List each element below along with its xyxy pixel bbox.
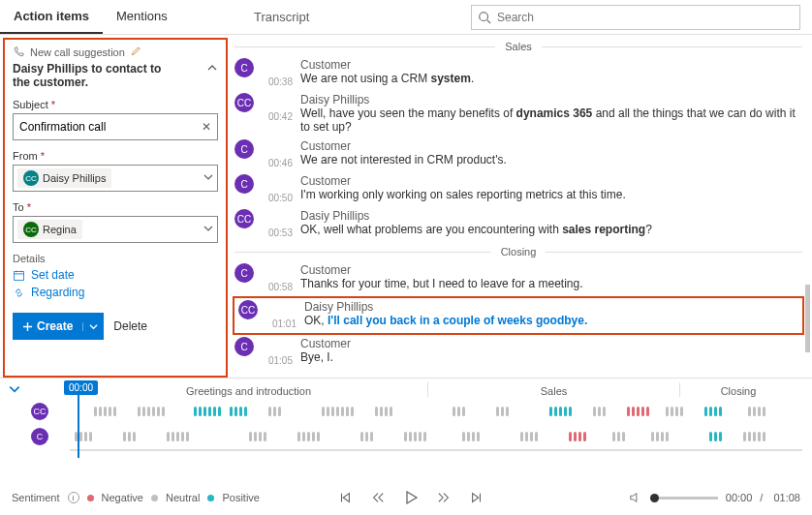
subject-input[interactable] (19, 120, 202, 134)
to-chip[interactable]: CC Regina (17, 220, 82, 239)
transcript-list: Sales C 00:38 Customer We are not using … (231, 35, 812, 378)
transcript-message-highlighted[interactable]: CC 01:01 Daisy Phillips OK, I'll call yo… (233, 296, 804, 335)
timeline-section: Greetings and introduction (70, 382, 428, 397)
svg-line-1 (487, 19, 491, 23)
message-text: We are not using a CRM system. (300, 72, 802, 85)
avatar: CC (23, 170, 39, 186)
volume-slider[interactable] (650, 497, 718, 500)
regarding-label: Regarding (31, 286, 84, 299)
create-split-button[interactable] (82, 322, 104, 331)
details-label: Details (13, 253, 218, 264)
chevron-down-icon (89, 322, 98, 331)
section-closing: Closing (491, 246, 547, 258)
suggestion-label: New call suggestion (30, 46, 125, 58)
skip-back-button[interactable] (335, 488, 355, 507)
speaker-name: Daisy Phillips (300, 93, 802, 106)
legend-negative: Negative (102, 492, 143, 503)
chevron-down-icon[interactable] (8, 382, 21, 399)
transcript-message[interactable]: CC 00:53 Dasiy Phillips OK, well what pr… (231, 207, 806, 242)
plus-icon (22, 321, 33, 332)
svg-rect-2 (15, 271, 24, 280)
volume-icon[interactable] (629, 491, 642, 504)
message-text: We are not interested in CRM product's. (300, 153, 802, 167)
message-text: Well, have you seen the many benefits of… (300, 106, 802, 134)
time-sep: / (760, 492, 765, 503)
transcript-message[interactable]: C 00:58 Customer Thanks for your time, b… (231, 261, 806, 296)
timestamp: 00:38 (262, 58, 293, 87)
edit-icon[interactable] (131, 45, 141, 58)
transcript-message[interactable]: C 00:46 Customer We are not interested i… (231, 137, 806, 172)
subject-label: Subject (13, 99, 48, 110)
transcript-message[interactable]: C 01:05 Customer Bye, I. (231, 335, 806, 370)
search-input-wrapper[interactable] (471, 5, 800, 30)
time-total: 01:08 (773, 492, 800, 503)
delete-button[interactable]: Delete (113, 319, 147, 333)
clear-icon[interactable]: ✕ (202, 120, 211, 134)
set-date-label: Set date (31, 268, 75, 282)
sentiment-label: Sentiment (12, 492, 60, 503)
avatar: CC (234, 209, 254, 228)
scrollbar[interactable] (805, 285, 810, 352)
avatar: CC (23, 222, 39, 237)
speaker-name: Customer (300, 263, 802, 277)
avatar: C (234, 263, 254, 283)
set-date-link[interactable]: Set date (13, 268, 218, 282)
transcript-message[interactable]: CC 00:42 Daisy Phillips Well, have you s… (231, 91, 806, 137)
timestamp: 01:05 (262, 337, 293, 366)
timestamp: 00:50 (262, 174, 293, 203)
chevron-down-icon[interactable] (203, 223, 213, 236)
player-controls (335, 488, 486, 507)
rewind-button[interactable] (368, 488, 388, 507)
timeline-speaker-avatar: CC (31, 403, 48, 420)
info-icon[interactable]: i (68, 492, 79, 503)
timeline-section: Closing (680, 382, 796, 397)
timestamp: 00:53 (262, 209, 293, 238)
tabs: Action items Mentions (0, 0, 242, 34)
timestamp: 00:58 (262, 263, 293, 292)
tab-action-items[interactable]: Action items (0, 0, 103, 34)
legend-dot-negative (87, 495, 94, 501)
to-field[interactable]: CC Regina (13, 216, 218, 243)
timeline-playhead[interactable]: 00:00 (64, 380, 98, 458)
legend-dot-neutral (151, 495, 158, 501)
subject-input-wrapper[interactable]: ✕ (13, 113, 218, 140)
avatar: CC (234, 93, 254, 112)
speaker-name: Customer (300, 174, 802, 188)
from-field[interactable]: CC Daisy Phillips (13, 165, 218, 192)
link-icon (13, 287, 25, 299)
tab-mentions[interactable]: Mentions (103, 0, 181, 34)
collapse-icon[interactable] (206, 62, 218, 76)
create-button[interactable]: Create (13, 313, 104, 340)
message-text: Thanks for your time, but I need to leav… (300, 277, 802, 290)
speaker-name: Customer (300, 58, 802, 72)
legend-neutral: Neutral (166, 492, 200, 503)
avatar: CC (238, 300, 258, 319)
time-current: 00:00 (726, 492, 753, 503)
svg-point-0 (480, 12, 488, 20)
message-text: I'm working only working on sales report… (300, 188, 802, 201)
regarding-link[interactable]: Regarding (13, 286, 218, 299)
from-chip[interactable]: CC Daisy Phillips (17, 168, 111, 188)
transcript-message[interactable]: C 00:50 Customer I'm working only workin… (231, 172, 806, 207)
timeline-section: Sales (428, 382, 680, 397)
timeline-track[interactable] (70, 430, 802, 443)
speaker-name: Customer (300, 337, 802, 350)
timeline-track[interactable] (70, 405, 802, 418)
skip-forward-button[interactable] (467, 488, 486, 507)
from-chip-label: Daisy Phillips (43, 172, 106, 184)
call-suggestion-card: New call suggestion Daisy Phillips to co… (3, 38, 228, 378)
play-button[interactable] (401, 488, 421, 507)
avatar: C (234, 337, 254, 356)
section-sales: Sales (495, 41, 542, 52)
search-input[interactable] (497, 11, 799, 24)
playhead-time: 00:00 (64, 380, 98, 395)
chevron-down-icon[interactable] (203, 171, 213, 185)
transcript-message[interactable]: C 00:38 Customer We are not using a CRM … (231, 56, 806, 91)
legend-dot-positive (207, 495, 214, 501)
phone-icon (13, 46, 24, 58)
speaker-name: Daisy Phillips (304, 300, 798, 314)
to-label: To (13, 201, 24, 213)
from-label: From (13, 150, 38, 162)
forward-button[interactable] (434, 488, 453, 507)
to-chip-label: Regina (43, 224, 77, 235)
